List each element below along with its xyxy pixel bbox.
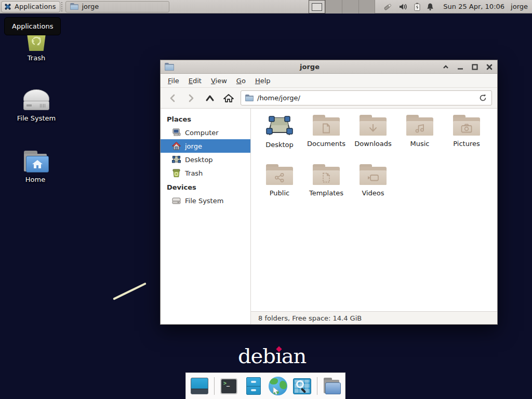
battery-icon[interactable] [414,3,420,11]
statusbar-text: 8 folders, Free space: 14.4 GiB [258,314,362,322]
desktop-icon-filesystem[interactable]: File System [10,88,62,122]
menu-edit[interactable]: Edit [184,75,206,87]
home-button[interactable] [222,91,235,105]
show-desktop-button[interactable] [190,376,209,396]
workspace-window-preview [312,3,322,11]
sidebar-header-places: Places [161,112,250,126]
forward-button[interactable] [184,91,198,105]
app-finder-launcher[interactable] [292,376,312,396]
file-view[interactable]: Desktop Documents Downloads [251,109,497,311]
window-titlebar[interactable]: jorge [161,60,497,74]
workspace-2[interactable] [325,0,342,14]
folder-item-videos[interactable]: Videos [350,164,396,214]
folder-label: Downloads [350,140,396,148]
documents-folder-icon [313,115,340,136]
terminal-launcher[interactable]: >_ [219,376,239,396]
system-tray [375,3,439,11]
minimize-button[interactable] [457,63,464,71]
hard-drive-icon [172,196,181,205]
folder-label: Music [397,140,443,148]
window-title: jorge [177,63,442,71]
web-browser-icon [269,377,287,395]
workspace-switcher [309,0,375,14]
file-manager-launcher[interactable] [244,376,263,396]
music-folder-icon [406,115,433,136]
file-manager-window: jorge File Edit View Go Help /home/jorge… [160,60,498,325]
folder-item-templates[interactable]: Templates [303,164,349,214]
downloads-folder-icon [360,115,387,136]
xfce-menu-icon [4,3,12,11]
bottom-dock: >_ [185,373,345,399]
videos-folder-icon [360,164,387,185]
folder-label: Desktop [257,141,302,149]
desktop-icon-label: File System [10,114,62,122]
desktop-icon-label: Trash [10,54,62,62]
hard-drive-icon [22,88,50,111]
sidebar-item-desktop[interactable]: Desktop [161,153,250,166]
folder-item-documents[interactable]: Documents [303,115,349,164]
folder-icon [70,3,78,10]
dock-separator [317,377,317,395]
sidebar-item-jorge[interactable]: jorge [161,139,250,153]
pictures-folder-icon [453,115,480,136]
sidebar-item-label: File System [185,197,223,205]
panel-username[interactable]: jorge [509,3,532,10]
up-button[interactable] [203,91,217,105]
app-finder-icon [293,378,311,394]
folder-item-desktop[interactable]: Desktop [257,115,302,164]
dock-folder-icon [323,378,341,394]
applications-menu-button[interactable]: Applications [1,1,60,12]
sidebar-header-devices: Devices [161,180,250,194]
workspace-4[interactable] [358,0,375,14]
sidebar-item-trash[interactable]: Trash [161,166,250,180]
stylus-tray-icon[interactable] [382,3,393,11]
dock-separator [214,377,215,395]
notification-bell-icon[interactable] [427,3,434,11]
statusbar: 8 folders, Free space: 14.4 GiB [251,311,497,324]
sidebar-item-label: Desktop [185,156,213,164]
menu-file[interactable]: File [164,75,183,87]
menu-go[interactable]: Go [232,75,250,87]
templates-folder-icon [313,164,340,185]
desktop-icon-home[interactable]: Home [9,151,61,183]
location-bar[interactable]: /home/jorge/ [241,90,492,105]
trash-icon [172,169,181,177]
folder-label: Documents [303,140,349,148]
sidebar-item-computer[interactable]: Computer [161,126,250,139]
debian-wordmark-part1: deb [238,344,275,368]
volume-icon[interactable] [399,3,408,10]
folder-item-downloads[interactable]: Downloads [350,115,396,164]
desktop-icon-label: Home [9,176,61,183]
maximize-button[interactable] [471,63,478,71]
taskbar-window-button[interactable]: jorge [65,1,169,12]
sidebar: Places Computer jorge Desktop Trash Devi… [161,109,251,324]
folder-item-public[interactable]: Public [257,164,302,214]
desktop-stroke-artifact [113,283,147,300]
web-browser-launcher[interactable] [268,376,288,396]
panel-clock[interactable]: Sun 25 Apr, 10:06 [439,3,509,10]
menu-help[interactable]: Help [251,75,275,87]
folder-launcher[interactable] [322,376,342,396]
close-button[interactable] [486,63,493,71]
computer-icon [172,128,181,137]
panel-separator-handle [61,2,64,11]
shade-button[interactable] [442,63,449,71]
folder-item-music[interactable]: Music [397,115,443,164]
sidebar-item-filesystem[interactable]: File System [161,194,250,207]
menu-view[interactable]: View [207,75,231,87]
workspace-3[interactable] [342,0,358,14]
back-button[interactable] [166,91,179,105]
reload-button[interactable] [478,94,487,103]
folder-label: Public [257,189,302,197]
folder-item-pictures[interactable]: Pictures [444,115,489,164]
applications-tooltip: Applications [4,17,61,35]
path-input[interactable]: /home/jorge/ [257,94,474,102]
folder-label: Templates [303,189,349,197]
top-panel: Applications jorge Sun 25 Apr, 1 [0,0,532,14]
sidebar-item-label: jorge [185,142,202,150]
workspace-1[interactable] [309,0,325,14]
folder-label: Pictures [444,140,489,148]
path-folder-icon [245,95,254,101]
debian-wordmark-part2: an [282,344,307,368]
terminal-icon: >_ [220,378,237,394]
